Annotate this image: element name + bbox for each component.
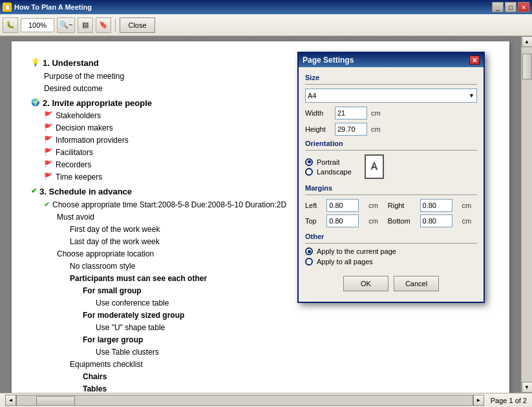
globe-icon: 🌍 <box>31 97 40 108</box>
apply-all-option[interactable]: Apply to all pages <box>305 258 477 266</box>
item-text: For larger group <box>83 334 143 346</box>
top-margin-label: Top <box>305 217 323 225</box>
bottom-margin-label: Bottom <box>388 217 416 225</box>
height-row: Height cm <box>305 123 477 136</box>
portrait-radio[interactable] <box>305 158 313 166</box>
item-text: Use "U" shape table <box>96 322 165 333</box>
item-text: Use Table clusters <box>96 346 159 358</box>
landscape-label: Landscape <box>317 168 352 176</box>
height-input[interactable] <box>335 123 367 136</box>
item-text: Choose appropriate location <box>57 248 154 260</box>
orientation-section: Portrait Landscape A <box>305 154 477 179</box>
left-margin-label: Left <box>305 202 323 209</box>
dialog-close-button[interactable]: ✕ <box>469 56 480 65</box>
list-item: Equipments checklist <box>31 359 490 370</box>
right-margin-unit: cm <box>462 202 477 209</box>
ok-button[interactable]: OK <box>343 276 388 291</box>
bottom-margin-unit: cm <box>462 217 477 225</box>
item-text: Information providers <box>56 134 129 146</box>
dropdown-arrow-icon: ▼ <box>469 92 474 99</box>
other-separator <box>305 243 477 244</box>
list-item: For moderately sized group <box>31 309 490 321</box>
toolbar-separator <box>115 19 116 32</box>
zoom-out-button[interactable]: 🔍− <box>57 17 75 33</box>
item-text: Chairs <box>83 371 107 382</box>
scroll-up-arrow[interactable]: ▲ <box>522 36 533 47</box>
h-scroll-thumb[interactable] <box>36 396 75 406</box>
zoom-display: 100% <box>21 18 54 32</box>
apply-current-radio[interactable] <box>305 247 313 255</box>
layout-icon: ▤ <box>82 21 89 29</box>
page-info: Page 1 of 2 <box>491 397 527 404</box>
h-scroll-track[interactable] <box>16 395 473 406</box>
cancel-button[interactable]: Cancel <box>394 276 439 291</box>
check-icon: ✔ <box>44 199 50 210</box>
item-text: Facilitators <box>56 147 93 158</box>
height-unit: cm <box>371 125 381 133</box>
flag-icon: 🚩 <box>44 171 53 182</box>
item-text: Time keepers <box>56 171 102 183</box>
scroll-down-arrow[interactable]: ▼ <box>522 382 533 393</box>
right-margin-label: Right <box>388 202 416 209</box>
apply-current-option[interactable]: Apply to the current page <box>305 247 477 255</box>
window-title: How To Plan A Meeting <box>14 3 92 11</box>
list-item: Tables <box>31 383 490 393</box>
item-text: Recorders <box>56 159 91 171</box>
item-text: Purpose of the meeting <box>44 70 124 82</box>
window-close-button[interactable]: ✕ <box>518 2 529 12</box>
page-settings-dialog[interactable]: Page Settings ✕ Size A4 ▼ Width cm Heigh… <box>297 52 485 303</box>
top-margin-input[interactable] <box>326 214 359 227</box>
back-button[interactable]: 🐛 <box>3 17 18 33</box>
margins-separator <box>305 194 477 195</box>
app-icon: 📋 <box>3 3 12 12</box>
title-bar-left: 📋 How To Plan A Meeting <box>3 3 92 12</box>
landscape-option[interactable]: Landscape <box>305 168 352 176</box>
flag-icon: 🚩 <box>44 159 53 170</box>
flag-icon: 🚩 <box>44 134 53 145</box>
top-margin-unit: cm <box>368 217 384 225</box>
list-item: Use Table clusters <box>31 346 490 358</box>
margins-grid: Left cm Right cm Top cm Bottom cm <box>305 199 477 227</box>
title-bar: 📋 How To Plan A Meeting _ □ ✕ <box>0 0 532 14</box>
scroll-right-arrow[interactable]: ► <box>473 395 484 406</box>
size-select[interactable]: A4 ▼ <box>305 89 477 103</box>
item-text: Must avoid <box>57 211 94 223</box>
page-orientation-preview: A <box>365 154 384 179</box>
bookmark-button[interactable]: 🔖 <box>96 17 111 33</box>
item-text: Participants must can see each other <box>70 273 207 284</box>
landscape-radio[interactable] <box>305 168 313 176</box>
right-margin-input[interactable] <box>420 199 452 212</box>
scroll-thumb[interactable] <box>522 54 532 79</box>
item-text: Use conference table <box>96 297 169 309</box>
vertical-scrollbar[interactable]: ▲ ▼ <box>521 36 532 393</box>
bulb-icon: 💡 <box>31 57 40 68</box>
apply-all-radio[interactable] <box>305 258 313 266</box>
dialog-title-text: Page Settings <box>303 56 354 65</box>
list-item: Use "U" shape table <box>31 322 490 333</box>
height-label: Height <box>305 125 331 133</box>
scroll-left-arrow[interactable]: ◄ <box>5 395 16 406</box>
width-input[interactable] <box>335 107 367 120</box>
flag-icon: 🚩 <box>44 122 53 133</box>
bottom-margin-input[interactable] <box>420 214 452 227</box>
item-text: For small group <box>83 285 142 297</box>
item-text: 2. Invite appropriate people <box>43 97 152 110</box>
item-text: Desired outcome <box>44 83 103 94</box>
item-text: Tables <box>83 383 107 393</box>
item-text: Equipments checklist <box>70 359 143 370</box>
maximize-button[interactable]: □ <box>505 2 516 12</box>
orientation-separator <box>305 150 477 151</box>
margins-section-label: Margins <box>305 184 477 192</box>
other-section: Apply to the current page Apply to all p… <box>305 247 477 266</box>
item-text: For moderately sized group <box>83 309 184 321</box>
close-button[interactable]: Close <box>120 17 154 33</box>
portrait-option[interactable]: Portrait <box>305 158 352 166</box>
left-margin-unit: cm <box>368 202 384 209</box>
list-item: For larger group <box>31 334 490 346</box>
item-text: 1. Understand <box>43 57 99 70</box>
minimize-button[interactable]: _ <box>492 2 504 12</box>
left-margin-input[interactable] <box>326 199 359 212</box>
scroll-track[interactable] <box>522 47 533 382</box>
orientation-radio-group: Portrait Landscape <box>305 158 352 176</box>
layout-button[interactable]: ▤ <box>78 17 93 33</box>
